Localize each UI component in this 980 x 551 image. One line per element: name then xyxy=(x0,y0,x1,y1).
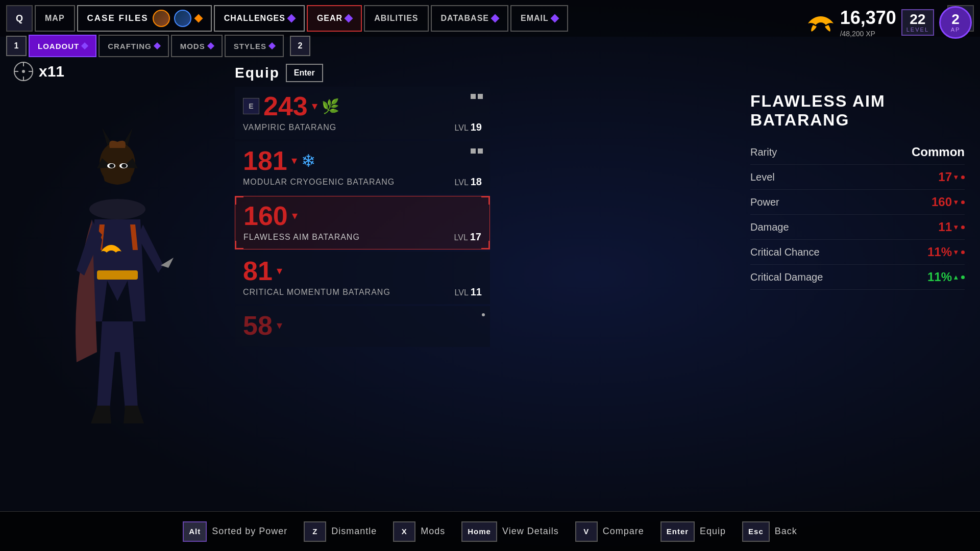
q-key-button[interactable]: Q xyxy=(6,5,33,32)
ap-label: AP xyxy=(951,27,961,33)
gear-level-2: LVL 18 xyxy=(455,176,482,188)
gear-level-1: LVL 19 xyxy=(455,121,482,133)
stat-value-crit-chance: 11%▾ xyxy=(927,245,965,259)
key-enter[interactable]: Enter xyxy=(660,521,695,542)
label-view-details: View Details xyxy=(502,526,559,537)
gear-item-critical[interactable]: 81 ▾ CRITICAL MOMENTUM BATARANG LVL 11 xyxy=(235,252,490,304)
gear-power-2: 181 xyxy=(243,147,287,174)
nav-case-files[interactable]: CASE FILES xyxy=(77,5,212,32)
gear-snowflake-icon: ❄ xyxy=(301,151,315,171)
gear-item-vampiric[interactable]: E 243 ▾ 🌿 VAMPIRIC BATARANG LVL 19 xyxy=(235,87,490,139)
subnav-mods[interactable]: MODS xyxy=(171,35,223,57)
key-v[interactable]: V xyxy=(575,521,598,542)
ammo-display: x11 xyxy=(12,60,64,83)
nav-database[interactable]: DATABASE xyxy=(431,5,509,32)
stat-row-crit-damage: Critical Damage 11%▴ xyxy=(750,265,965,290)
sub-key-1[interactable]: 1 xyxy=(6,36,27,56)
key-home[interactable]: Home xyxy=(461,521,497,542)
label-mods: Mods xyxy=(421,526,445,537)
svg-point-6 xyxy=(89,199,145,219)
action-back[interactable]: Esc Back xyxy=(742,521,797,542)
label-compare: Compare xyxy=(603,526,644,537)
subnav-crafting[interactable]: CRAFTING xyxy=(99,35,169,57)
gear-level-4: LVL 11 xyxy=(455,286,482,298)
action-mods[interactable]: X Mods xyxy=(393,521,445,542)
gear-power-5: 58 xyxy=(243,312,273,339)
gear-power-1: 243 xyxy=(263,93,308,119)
gear-power-arrow-2: ▾ xyxy=(291,154,297,167)
email-diamond xyxy=(550,14,559,23)
sub-key-2[interactable]: 2 xyxy=(290,36,310,56)
crafting-diamond xyxy=(154,42,161,49)
loadout-diamond xyxy=(81,42,88,49)
stat-value-damage: 11▾ xyxy=(938,220,965,234)
stat-label-rarity: Rarity xyxy=(750,146,777,158)
currency-display: 16,370 xyxy=(840,7,896,29)
scroll-dot xyxy=(482,313,485,316)
action-equip[interactable]: Enter Equip xyxy=(660,521,726,542)
challenges-diamond xyxy=(287,14,296,23)
stat-row-level: Level 17▾ xyxy=(750,165,965,190)
portrait-icon-2 xyxy=(174,10,191,27)
gear-name-2: MODULAR CRYOGENIC BATARANG xyxy=(243,178,395,187)
action-dismantle[interactable]: Z Dismantle xyxy=(304,521,377,542)
character-area xyxy=(0,61,235,510)
stat-label-level: Level xyxy=(750,171,775,183)
stat-row-power: Power 160▾ xyxy=(750,190,965,215)
stat-row-damage: Damage 11▾ xyxy=(750,215,965,240)
dot xyxy=(478,94,483,99)
dot xyxy=(478,148,483,154)
label-dismantle: Dismantle xyxy=(331,526,377,537)
batman-logo xyxy=(805,10,836,35)
nav-email[interactable]: EMAIL xyxy=(510,5,568,32)
svg-rect-10 xyxy=(97,270,138,280)
stat-value-rarity: Common xyxy=(912,145,965,159)
sub-nav: 1 LOADOUT CRAFTING MODS STYLES 2 xyxy=(0,35,316,57)
xp-display: /48,200 XP xyxy=(840,30,896,38)
stat-row-rarity: Rarity Common xyxy=(750,140,965,165)
crosshair-icon xyxy=(12,60,35,83)
action-compare[interactable]: V Compare xyxy=(575,521,644,542)
nav-abilities[interactable]: ABILITIES xyxy=(364,5,428,32)
database-diamond xyxy=(491,14,500,23)
dot xyxy=(471,148,476,154)
item-title: FLAWLESS AIM BATARANG xyxy=(750,92,965,130)
subnav-styles[interactable]: STYLES xyxy=(225,35,284,57)
level-number: 22 xyxy=(906,12,929,27)
svg-point-5 xyxy=(22,70,25,73)
gear-item-cryogenic[interactable]: 181 ▾ ❄ MODULAR CRYOGENIC BATARANG LVL 1… xyxy=(235,141,490,194)
stat-row-crit-chance: Critical Chance 11%▾ xyxy=(750,240,965,265)
key-alt[interactable]: Alt xyxy=(183,521,207,542)
label-back: Back xyxy=(775,526,797,537)
equip-key-btn[interactable]: Enter xyxy=(286,64,323,82)
ammo-count: x11 xyxy=(39,63,64,80)
key-z[interactable]: Z xyxy=(304,521,326,542)
gear-name-4: CRITICAL MOMENTUM BATARANG xyxy=(243,288,390,297)
nav-challenges[interactable]: CHALLENGES xyxy=(214,5,305,32)
gear-power-arrow-1: ▾ xyxy=(312,99,317,113)
svg-point-13 xyxy=(109,164,114,168)
stat-value-level: 17▾ xyxy=(938,170,965,184)
styles-diamond xyxy=(268,42,276,49)
stats-panel: FLAWLESS AIM BATARANG Rarity Common Leve… xyxy=(735,82,980,300)
stat-value-power: 160▾ xyxy=(932,195,965,209)
subnav-loadout[interactable]: LOADOUT xyxy=(29,35,96,57)
key-esc[interactable]: Esc xyxy=(742,521,770,542)
gear-level-3: LVL 17 xyxy=(454,231,481,243)
gear-item-partial[interactable]: 58 ▾ xyxy=(235,306,490,347)
action-sorted-by-power[interactable]: Alt Sorted by Power xyxy=(183,521,287,542)
gear-item-flawless[interactable]: 160 ▾ FLAWLESS AIM BATARANG LVL 17 xyxy=(235,196,490,249)
nav-gear[interactable]: GEAR xyxy=(307,5,362,32)
level-box: 22 LEVEL xyxy=(901,9,934,36)
gear-leaf-icon: 🌿 xyxy=(322,98,339,115)
nav-map[interactable]: MAP xyxy=(35,5,75,32)
hud-top-right: 16,370 /48,200 XP 22 LEVEL 2 AP xyxy=(805,6,972,39)
action-view-details[interactable]: Home View Details xyxy=(461,521,558,542)
dot xyxy=(471,94,476,99)
level-label: LEVEL xyxy=(906,27,929,33)
equip-header: Equip Enter xyxy=(235,64,323,82)
label-equip: Equip xyxy=(700,526,726,537)
key-x[interactable]: X xyxy=(393,521,415,542)
stat-label-crit-damage: Critical Damage xyxy=(750,271,823,283)
gear-name-3: FLAWLESS AIM BATARANG xyxy=(243,233,360,242)
